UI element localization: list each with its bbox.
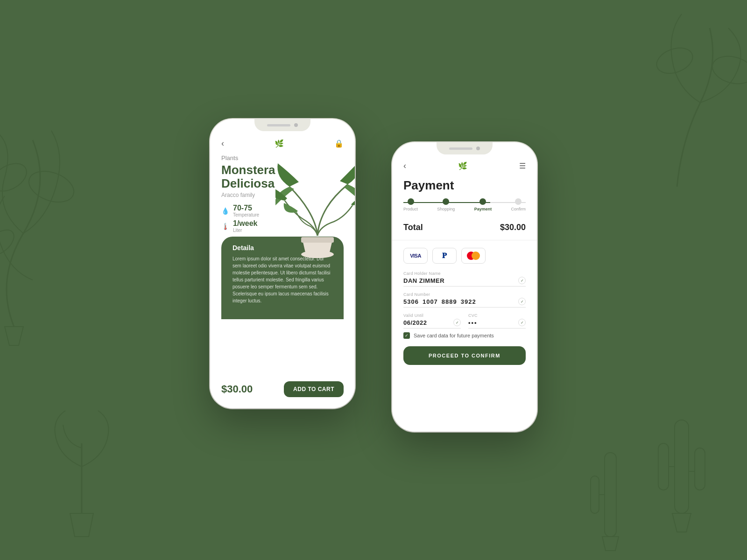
cvc-row: ••• ✓ [468,319,526,329]
step-payment: Payment [474,198,492,211]
step-shopping-label: Shopping [437,207,455,211]
phone2-notch [437,142,493,154]
svg-rect-9 [658,443,669,490]
phone2-speaker [449,147,472,150]
step-product: Product [403,198,418,211]
expiry-cvc-row: Valid Until 06/2022 ✓ CVC ••• ✓ [403,313,526,329]
total-label: Total [403,223,423,232]
back-button[interactable]: ‹ [221,139,224,148]
water-icon: 🌡️ [221,223,229,230]
step-product-dot [408,198,414,205]
total-row: Total $30.00 [392,219,537,240]
phone2-screen: ‹ 🌿 ☰ Payment Product Shopping [392,142,537,432]
card-num-3[interactable]: 8889 [442,298,457,305]
cvc-field: CVC ••• ✓ [468,313,526,329]
phone-product-detail: ‹ 🌿 🔒 Plants Monstera Deliciosa Aracco f… [210,119,355,408]
valid-until-check-icon: ✓ [453,319,461,326]
phone1-footer: $30.00 ADD TO CART [210,376,355,408]
phone1-camera [294,123,298,127]
card-holder-value[interactable]: DAN ZIMMER [403,277,444,284]
step-payment-dot [479,198,486,205]
step-payment-label: Payment [474,207,492,211]
save-card-row: ✓ Save card data for future payments [392,329,537,343]
proceed-to-confirm-button[interactable]: PROCEED TO CONFIRM [403,346,526,365]
visa-icon: VISA [410,253,421,259]
step-confirm-dot [515,198,521,205]
svg-rect-17 [301,237,334,243]
phone1-notch [254,119,310,131]
mastercard-button[interactable] [461,248,486,264]
app-logo-icon: 🌿 [274,138,285,149]
cvc-value[interactable]: ••• [468,319,478,326]
paypal-button[interactable]: 𝐏 [432,248,457,264]
total-value: $30.00 [500,223,526,232]
menu-icon[interactable]: ☰ [519,161,526,170]
phone-payment: ‹ 🌿 ☰ Payment Product Shopping [392,142,537,432]
valid-until-row: 06/2022 ✓ [403,319,461,329]
phone1-screen: ‹ 🌿 🔒 Plants Monstera Deliciosa Aracco f… [210,119,355,408]
phone1-speaker [267,124,290,126]
card-number-row: 5306 1007 8889 3922 ✓ [403,298,526,308]
card-num-4[interactable]: 3922 [461,298,476,305]
payment-form: Card Holder Name DAN ZIMMER ✓ Card Numbe… [392,271,537,329]
payment-back-button[interactable]: ‹ [403,161,406,171]
svg-point-0 [0,158,31,196]
payment-title: Payment [392,175,537,198]
step-product-label: Product [403,207,418,211]
payment-logo-icon: 🌿 [458,161,467,170]
visa-button[interactable]: VISA [403,248,428,264]
valid-until-value[interactable]: 06/2022 [403,319,427,326]
card-number-check-icon: ✓ [518,298,526,305]
valid-until-field: Valid Until 06/2022 ✓ [403,313,461,329]
svg-point-2 [0,225,19,260]
card-num-1[interactable]: 5306 [403,298,419,305]
step-shopping-dot [443,198,449,205]
phones-container: ‹ 🌿 🔒 Plants Monstera Deliciosa Aracco f… [210,105,537,455]
svg-rect-14 [591,476,599,513]
card-number-parts: 5306 1007 8889 3922 [403,298,476,305]
payment-methods: VISA 𝐏 [392,240,537,271]
cvc-check-icon: ✓ [518,319,526,326]
card-holder-check-icon: ✓ [518,277,526,284]
step-confirm-label: Confirm [511,207,526,211]
card-number-field: Card Number 5306 1007 8889 3922 ✓ [403,292,526,308]
mastercard-icon [467,252,480,260]
step-confirm: Confirm [511,198,526,211]
card-holder-row: DAN ZIMMER ✓ [403,277,526,287]
save-card-label: Save card data for future payments [414,333,494,338]
step-shopping: Shopping [437,198,455,211]
paypal-icon: 𝐏 [442,252,447,260]
svg-point-4 [709,52,747,88]
progress-steps: Product Shopping Payment Confirm [392,198,537,219]
save-card-checkbox[interactable]: ✓ [403,332,410,339]
svg-rect-10 [695,448,705,490]
temperature-icon: 💧 [221,207,229,215]
card-holder-field: Card Holder Name DAN ZIMMER ✓ [403,271,526,287]
svg-point-5 [653,43,696,78]
card-num-2[interactable]: 1007 [423,298,438,305]
svg-rect-8 [675,420,689,513]
svg-rect-13 [605,453,616,537]
add-to-cart-button[interactable]: ADD TO CART [284,381,344,397]
plant-image [275,154,355,266]
phone2-camera [476,147,480,150]
product-price: $30.00 [221,383,253,395]
plant-area: Monstera Deliciosa Aracco family 💧 70-75… [210,163,355,376]
svg-point-1 [25,166,78,208]
lock-icon: 🔒 [334,139,344,148]
